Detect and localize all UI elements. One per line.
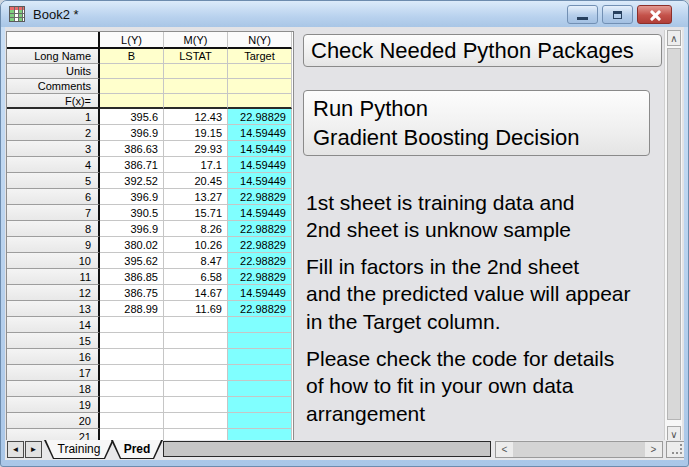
row-number[interactable]: 15 bbox=[7, 333, 100, 349]
cell-lstat[interactable] bbox=[164, 413, 228, 429]
cell-b[interactable] bbox=[100, 365, 164, 381]
cell-lstat[interactable] bbox=[164, 365, 228, 381]
cell-b[interactable]: 386.71 bbox=[100, 157, 164, 173]
row-number[interactable]: 11 bbox=[7, 269, 100, 285]
vertical-scrollbar-thumb[interactable] bbox=[667, 48, 681, 420]
cell-target[interactable]: 22.98829 bbox=[228, 237, 292, 253]
row-label[interactable]: Units bbox=[7, 64, 100, 79]
header-value-cell[interactable] bbox=[164, 94, 228, 109]
row-number[interactable]: 19 bbox=[7, 397, 100, 413]
cell-b[interactable]: 386.63 bbox=[100, 141, 164, 157]
cell-target[interactable] bbox=[228, 349, 292, 365]
header-value-cell[interactable] bbox=[228, 94, 292, 109]
cell-target[interactable] bbox=[228, 381, 292, 397]
row-number[interactable]: 20 bbox=[7, 413, 100, 429]
cell-lstat[interactable]: 11.69 bbox=[164, 301, 228, 317]
row-number[interactable]: 18 bbox=[7, 381, 100, 397]
column-header-n[interactable]: N(Y) bbox=[228, 32, 292, 49]
minimize-button[interactable] bbox=[567, 5, 598, 24]
cell-target[interactable] bbox=[228, 365, 292, 381]
scroll-right-icon[interactable]: > bbox=[645, 442, 662, 457]
cell-b[interactable]: 392.52 bbox=[100, 173, 164, 189]
cell-target[interactable]: 14.59449 bbox=[228, 157, 292, 173]
cell-target[interactable]: 22.98829 bbox=[228, 189, 292, 205]
titlebar[interactable]: Book2 * bbox=[1, 1, 688, 27]
cell-b[interactable] bbox=[100, 333, 164, 349]
cell-lstat[interactable]: 8.47 bbox=[164, 253, 228, 269]
cell-target[interactable] bbox=[228, 397, 292, 413]
tab-pred[interactable]: Pred bbox=[111, 440, 163, 459]
header-value-cell[interactable] bbox=[164, 79, 228, 94]
cell-lstat[interactable] bbox=[164, 349, 228, 365]
cell-lstat[interactable]: 12.43 bbox=[164, 109, 228, 125]
cell-b[interactable]: 396.9 bbox=[100, 125, 164, 141]
row-number[interactable]: 5 bbox=[7, 173, 100, 189]
cell-lstat[interactable] bbox=[164, 333, 228, 349]
resize-grip[interactable] bbox=[666, 441, 684, 458]
scroll-up-icon[interactable]: ∧ bbox=[667, 30, 681, 46]
row-number[interactable]: 2 bbox=[7, 125, 100, 141]
cell-lstat[interactable]: 19.15 bbox=[164, 125, 228, 141]
header-value-cell[interactable]: B bbox=[100, 49, 164, 64]
row-number[interactable]: 8 bbox=[7, 221, 100, 237]
cell-target[interactable]: 14.59449 bbox=[228, 285, 292, 301]
header-value-cell[interactable] bbox=[228, 64, 292, 79]
cell-lstat[interactable]: 6.58 bbox=[164, 269, 228, 285]
header-value-cell[interactable]: LSTAT bbox=[164, 49, 228, 64]
run-python-button[interactable]: Run Python Gradient Boosting Decision bbox=[303, 90, 650, 156]
worksheet-icon[interactable] bbox=[9, 6, 26, 22]
cell-lstat[interactable]: 15.71 bbox=[164, 205, 228, 221]
row-number[interactable]: 16 bbox=[7, 349, 100, 365]
row-number[interactable]: 9 bbox=[7, 237, 100, 253]
scroll-left-icon[interactable]: < bbox=[496, 442, 513, 457]
cell-target[interactable]: 22.98829 bbox=[228, 301, 292, 317]
cell-lstat[interactable]: 10.26 bbox=[164, 237, 228, 253]
vertical-scrollbar[interactable]: ∧ ∨ bbox=[664, 30, 682, 442]
horizontal-scrollbar[interactable]: < > bbox=[495, 441, 663, 458]
cell-lstat[interactable]: 29.93 bbox=[164, 141, 228, 157]
cell-lstat[interactable]: 14.67 bbox=[164, 285, 228, 301]
cell-target[interactable]: 22.98829 bbox=[228, 253, 292, 269]
tab-scroll-right-button[interactable]: ► bbox=[25, 441, 42, 458]
cell-lstat[interactable]: 20.45 bbox=[164, 173, 228, 189]
cell-b[interactable]: 396.9 bbox=[100, 221, 164, 237]
row-number[interactable]: 3 bbox=[7, 141, 100, 157]
horizontal-scrollbar-track[interactable] bbox=[513, 442, 645, 457]
cell-target[interactable]: 22.98829 bbox=[228, 269, 292, 285]
row-number[interactable]: 17 bbox=[7, 365, 100, 381]
cell-b[interactable]: 386.85 bbox=[100, 269, 164, 285]
cell-b[interactable] bbox=[100, 397, 164, 413]
cell-lstat[interactable] bbox=[164, 317, 228, 333]
corner-header-cell[interactable] bbox=[7, 32, 100, 49]
row-label[interactable]: Long Name bbox=[7, 49, 100, 64]
restore-button[interactable] bbox=[602, 5, 633, 24]
header-value-cell[interactable] bbox=[100, 94, 164, 109]
close-button[interactable] bbox=[637, 5, 672, 24]
cell-b[interactable]: 396.9 bbox=[100, 189, 164, 205]
row-number[interactable]: 13 bbox=[7, 301, 100, 317]
cell-target[interactable]: 22.98829 bbox=[228, 109, 292, 125]
tab-training[interactable]: Training bbox=[44, 440, 114, 459]
row-number[interactable]: 6 bbox=[7, 189, 100, 205]
cell-target[interactable]: 14.59449 bbox=[228, 125, 292, 141]
column-header-l[interactable]: L(Y) bbox=[100, 32, 164, 49]
cell-b[interactable]: 380.02 bbox=[100, 237, 164, 253]
cell-lstat[interactable]: 13.27 bbox=[164, 189, 228, 205]
check-packages-button[interactable]: Check Needed Python Packages bbox=[303, 34, 662, 67]
header-value-cell[interactable] bbox=[100, 79, 164, 94]
cell-b[interactable] bbox=[100, 381, 164, 397]
cell-target[interactable]: 14.59449 bbox=[228, 141, 292, 157]
cell-lstat[interactable]: 8.26 bbox=[164, 221, 228, 237]
row-number[interactable]: 10 bbox=[7, 253, 100, 269]
row-number[interactable]: 1 bbox=[7, 109, 100, 125]
cell-lstat[interactable] bbox=[164, 397, 228, 413]
header-value-cell[interactable]: Target bbox=[228, 49, 292, 64]
cell-b[interactable] bbox=[100, 413, 164, 429]
cell-b[interactable] bbox=[100, 349, 164, 365]
row-label[interactable]: Comments bbox=[7, 79, 100, 94]
header-value-cell[interactable] bbox=[100, 64, 164, 79]
cell-b[interactable]: 288.99 bbox=[100, 301, 164, 317]
cell-b[interactable]: 395.6 bbox=[100, 109, 164, 125]
cell-b[interactable]: 390.5 bbox=[100, 205, 164, 221]
row-number[interactable]: 4 bbox=[7, 157, 100, 173]
